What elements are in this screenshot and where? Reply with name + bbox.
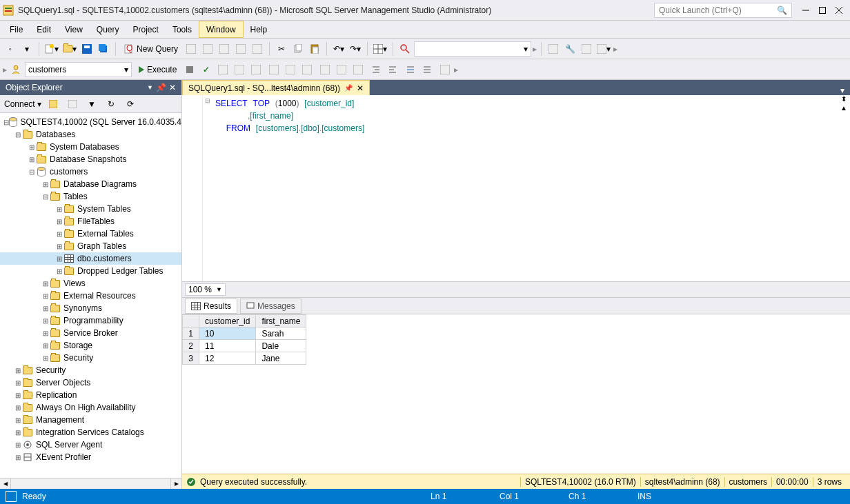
tree-diagrams[interactable]: Database Diagrams: [63, 179, 137, 189]
menu-project[interactable]: Project: [126, 21, 166, 38]
tree-databases[interactable]: Databases: [36, 130, 75, 139]
oe-tool2[interactable]: [65, 97, 80, 112]
t2-1[interactable]: [215, 62, 230, 77]
wrench-icon[interactable]: 🔧: [562, 41, 577, 57]
pin-icon[interactable]: 📌: [156, 83, 166, 92]
nav-up-icon[interactable]: ▲: [840, 104, 847, 112]
messages-tab[interactable]: Messages: [240, 299, 302, 314]
tree-prog[interactable]: Programmability: [63, 316, 123, 325]
tree-sqlagent[interactable]: SQL Server Agent: [36, 440, 102, 450]
menu-window[interactable]: Window: [199, 21, 244, 38]
execute-button[interactable]: Execute: [135, 62, 181, 77]
doc-tab-active[interactable]: SQLQuery1.sql - SQ...ltest4\adminn (68))…: [182, 80, 370, 95]
t2-4[interactable]: [266, 62, 281, 77]
rownum-1[interactable]: 1: [183, 327, 199, 340]
dropdown-icon[interactable]: ▼: [147, 84, 153, 91]
tree-exttables[interactable]: External Tables: [77, 229, 134, 239]
tree-graphtables[interactable]: Graph Tables: [77, 241, 126, 251]
cell-2-2[interactable]: Dale: [256, 340, 306, 352]
rownum-2[interactable]: 2: [183, 340, 199, 352]
fold-icon[interactable]: ⊟: [203, 95, 212, 281]
t2-2[interactable]: [232, 62, 247, 77]
tree-server[interactable]: SQLTEST4,10002 (SQL Server 16.0.4035.4: [21, 117, 181, 127]
oe-filter[interactable]: ▼: [84, 97, 99, 112]
tree-repl[interactable]: Replication: [36, 390, 77, 400]
close-button[interactable]: [831, 2, 847, 19]
oe-tool1[interactable]: [46, 97, 61, 112]
maximize-button[interactable]: [814, 2, 831, 19]
cell-3-1[interactable]: 12: [199, 352, 256, 365]
stop-button[interactable]: [182, 62, 197, 77]
oe-tool3[interactable]: ⟳: [123, 97, 138, 112]
close-tab-icon[interactable]: ✕: [357, 83, 364, 93]
new-item-button[interactable]: ▾: [43, 41, 60, 57]
tool-icon-1[interactable]: [184, 41, 199, 57]
redo-button[interactable]: ↷▾: [348, 41, 363, 57]
comment-button[interactable]: [403, 62, 418, 77]
object-tree[interactable]: ⊟SQLTEST4,10002 (SQL Server 16.0.4035.4 …: [0, 113, 181, 478]
code-editor[interactable]: ⊟ SELECT TOP (1000) [customer_id] ,[firs…: [182, 95, 850, 281]
toolbar-combo[interactable]: ▾: [414, 41, 531, 57]
save-button[interactable]: [79, 41, 95, 57]
menu-view[interactable]: View: [58, 21, 90, 38]
t2-3[interactable]: [248, 62, 264, 77]
oe-hscroll[interactable]: ◂ ▸: [0, 478, 181, 489]
tree-xevent[interactable]: XEvent Profiler: [36, 452, 91, 462]
undo-button[interactable]: ↶▾: [331, 41, 346, 57]
tree-storage[interactable]: Storage: [63, 341, 92, 350]
tool-ex1[interactable]: [546, 41, 561, 57]
tree-syn[interactable]: Synonyms: [63, 303, 102, 313]
menu-help[interactable]: Help: [244, 21, 275, 38]
col-customer-id[interactable]: customer_id: [199, 315, 256, 327]
database-combo[interactable]: customers▾: [25, 62, 132, 77]
tree-systables[interactable]: System Tables: [77, 204, 131, 214]
tree-security[interactable]: Security: [36, 365, 66, 375]
paste-button[interactable]: [307, 41, 322, 57]
minimize-button[interactable]: [798, 2, 814, 19]
zoom-select[interactable]: 100 %▼: [185, 283, 226, 296]
tree-aoha[interactable]: Always On High Availability: [36, 403, 136, 412]
oe-refresh[interactable]: ↻: [103, 97, 119, 112]
quick-launch-input[interactable]: [659, 6, 777, 15]
tree-sbroker[interactable]: Service Broker: [63, 328, 118, 338]
menu-tools[interactable]: Tools: [166, 21, 199, 38]
cut-button[interactable]: ✂: [274, 41, 289, 57]
tree-custdb[interactable]: customers: [50, 167, 88, 177]
outdent-button[interactable]: [385, 62, 400, 77]
tool-ex2[interactable]: [579, 41, 594, 57]
tool-icon-2[interactable]: [200, 41, 215, 57]
menu-edit[interactable]: Edit: [30, 21, 58, 38]
change-connection-button[interactable]: [8, 62, 23, 77]
copy-button[interactable]: [290, 41, 306, 57]
tool-icon-4[interactable]: [233, 41, 248, 57]
splitter-icon[interactable]: ⬍: [841, 95, 847, 103]
results-grid[interactable]: customer_idfirst_name 110Sarah 211Dale 3…: [182, 314, 850, 474]
tree-filetables[interactable]: FileTables: [77, 216, 115, 226]
grid-button[interactable]: ▾: [372, 41, 388, 57]
indent-button[interactable]: [368, 62, 384, 77]
open-button[interactable]: ▾: [61, 41, 78, 57]
pin-tab-icon[interactable]: 📌: [344, 84, 353, 92]
tree-serverobj[interactable]: Server Objects: [36, 378, 90, 387]
tree-extres[interactable]: External Resources: [63, 291, 136, 301]
tree-views[interactable]: Views: [63, 279, 86, 288]
cell-3-2[interactable]: Jane: [256, 352, 306, 365]
tool-icon-5[interactable]: [250, 41, 265, 57]
tool-icon-3[interactable]: [217, 41, 232, 57]
tool-ex3[interactable]: ▾: [595, 41, 612, 57]
tree-tables[interactable]: Tables: [63, 192, 88, 201]
tree-dbocustomers[interactable]: dbo.customers: [77, 254, 132, 263]
new-query-button[interactable]: Q New Query: [120, 41, 182, 57]
sql-code[interactable]: SELECT TOP (1000) [customer_id] ,[first_…: [212, 95, 850, 281]
connect-button[interactable]: Connect ▾: [4, 99, 41, 109]
nav-back-button[interactable]: ◦: [3, 41, 18, 57]
t2-8[interactable]: [334, 62, 349, 77]
close-panel-icon[interactable]: ✕: [169, 83, 176, 92]
menu-file[interactable]: File: [3, 21, 30, 38]
tree-sysdb[interactable]: System Databases: [50, 142, 119, 152]
t2-7[interactable]: [317, 62, 333, 77]
rownum-3[interactable]: 3: [183, 352, 199, 365]
parse-button[interactable]: ✓: [199, 62, 214, 77]
t2-last[interactable]: [437, 62, 453, 77]
nav-fwd-button[interactable]: ▾: [19, 41, 34, 57]
